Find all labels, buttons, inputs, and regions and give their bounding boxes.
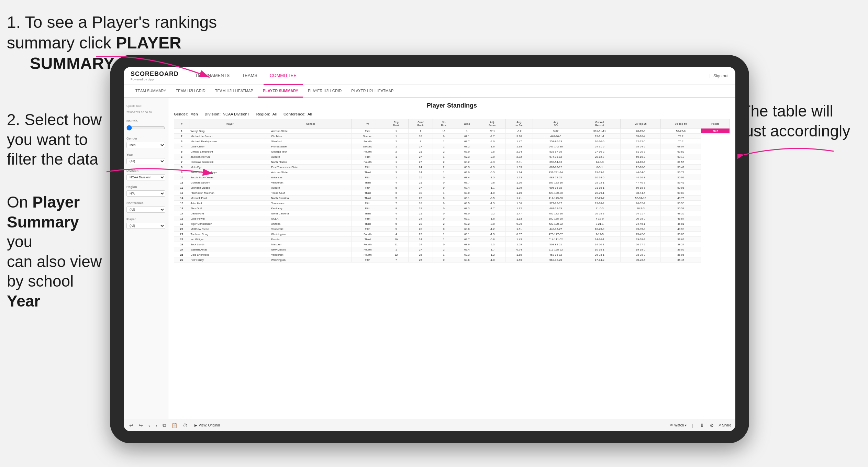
col-school: School [270, 119, 351, 129]
table-cell: Vanderbilt [270, 252, 351, 257]
table-cell: 19 [408, 206, 433, 211]
table-cell: 69.1 [455, 216, 479, 221]
table-cell: 381-61-11 [579, 129, 621, 134]
table-cell: 533-57-16 [533, 149, 579, 154]
conference-section: Conference (All) [126, 201, 165, 213]
table-row: 19Tiger ChristensenArizonaThird523269.2-… [174, 221, 730, 226]
nav-teams[interactable]: TEAMS [236, 67, 264, 85]
no-rds-slider[interactable] [126, 125, 165, 131]
sub-tab-player-h2h-heatmap[interactable]: PLAYER H2H HEATMAP [346, 85, 398, 98]
table-cell: 24 [408, 216, 433, 221]
copy-btn[interactable]: ⧉ [161, 422, 167, 429]
table-row: 21Taehoon SongWashingtonFourth423169.1-1… [174, 232, 730, 237]
col-no-rds: No.Rds. [433, 119, 455, 129]
gender-select[interactable]: Men Women [126, 142, 165, 148]
table-cell: 4 [384, 232, 408, 237]
table-cell: 68.8 [455, 226, 479, 232]
table-cell: 607-63-12 [533, 165, 579, 170]
table-cell: -0.5 [479, 170, 506, 175]
table-cell: 8-6-1 [579, 165, 621, 170]
paste-btn[interactable]: 📋 [170, 422, 179, 429]
update-time: Update time: 27/03/2024 16:56:26 [126, 102, 165, 114]
share-btn[interactable]: ↗ Share [718, 423, 731, 427]
table-cell: Vanderbilt [270, 226, 351, 232]
table-cell: Ole Miss [270, 134, 351, 139]
table-cell: Third [351, 180, 384, 185]
table-cell: 605-96-18 [533, 185, 579, 190]
table-cell: Second [351, 134, 384, 139]
table-row: 14Maxwell FordNorth CarolinaThird522069.… [174, 196, 730, 201]
table-cell: 38-44-4 [621, 190, 661, 196]
prev-btn[interactable]: ‹ [147, 422, 152, 429]
sign-out-link[interactable]: Sign out [713, 74, 728, 78]
table-cell: 1.66 [505, 201, 533, 206]
col-points: Points [701, 119, 730, 129]
table-cell: 1 [433, 237, 455, 242]
table-cell: 67.1 [479, 129, 506, 134]
no-rds-label: No Rds. [126, 119, 165, 123]
table-cell: 0 [433, 201, 455, 206]
sub-tab-player-h2h-grid[interactable]: PLAYER H2H GRID [303, 85, 346, 98]
table-cell: 68.04 [661, 144, 701, 149]
table-cell: 40.98 [661, 226, 701, 232]
table-cell: 49-35-9 [621, 226, 661, 232]
table-cell: 2 [433, 247, 455, 252]
table-cell: 14 [174, 196, 189, 201]
view-original-btn[interactable]: ▶ View: Original [194, 423, 220, 427]
table-cell: 14-26-1 [579, 237, 621, 242]
table-cell: 0 [433, 242, 455, 247]
region-select[interactable]: N/A All [126, 190, 165, 197]
table-cell: 4 [174, 144, 189, 149]
table-cell: 68.0 [455, 149, 479, 154]
table-cell: 1.61 [505, 226, 533, 232]
redo-btn[interactable]: ↪ [137, 422, 144, 429]
table-cell: 3.10 [505, 134, 533, 139]
table-cell: 50-18-6 [621, 185, 661, 190]
table-row: 3Michael ThorbjornsenStanfordFourth28168… [174, 139, 730, 144]
table-cell: 6 [384, 190, 408, 196]
table-cell: 50.83 [661, 190, 701, 196]
table-cell: 0 [433, 175, 455, 180]
table-cell: North Carolina [270, 196, 351, 201]
table-cell: -0.8 [479, 221, 506, 226]
table-cell: Fifth [351, 201, 384, 206]
undo-btn[interactable]: ↩ [128, 422, 135, 429]
conference-label: Conference [126, 201, 165, 205]
next-btn[interactable]: › [154, 422, 159, 429]
table-cell: Auburn [270, 185, 351, 190]
player-select[interactable]: (All) [126, 223, 165, 229]
clock-btn[interactable]: ⏱ [181, 422, 189, 429]
table-cell: 1 [384, 129, 408, 134]
arrow-3 [737, 137, 841, 165]
table-body: 1Wenyi DingArizona StateFirst1115167.1-3… [174, 129, 730, 263]
table-cell: Arizona [270, 221, 351, 226]
download-btn[interactable]: ⬇ [699, 422, 705, 429]
table-cell: 61-20-3 [621, 149, 661, 154]
table-cell: 12-16-3 [621, 165, 661, 170]
table-row: 26Petr HrubyWashingtonFifth725068.6-1.81… [174, 257, 730, 263]
table-row: 2Michael Le SassoOle MissSecond118067.1-… [174, 134, 730, 139]
table-cell: Maxwell Ford [189, 196, 270, 201]
table-cell: -2.3 [479, 159, 506, 165]
table-cell: First [351, 129, 384, 134]
col-vs-top50: Vs Top 50 [661, 119, 701, 129]
annotation-step2-text: 2. Select howyou want tofilter the data [7, 111, 102, 168]
table-cell: -1.5 [479, 201, 506, 206]
sub-tab-player-summary[interactable]: PLAYER SUMMARY [258, 85, 303, 98]
table-cell: First [351, 154, 384, 159]
table-row: 13Phichaksn MaichonTexas A&MThird630169.… [174, 190, 730, 196]
table-cell: 2.72 [505, 154, 533, 159]
watch-btn[interactable]: 👁 Watch ▾ [670, 423, 687, 427]
sub-tab-team-h2h-heatmap[interactable]: TEAM H2H HEATMAP [210, 85, 258, 98]
bottom-toolbar: ↩ ↪ ‹ › ⧉ 📋 ⏱ ▶ View: Original 👁 Watch ▾… [124, 419, 735, 431]
table-row: 11Gordon SargentVanderbiltThird421068.7-… [174, 180, 730, 185]
table-cell: Tiger Christensen [189, 221, 270, 226]
table-cell: -2.0 [479, 154, 506, 159]
settings-btn[interactable]: ⚙ [708, 422, 715, 429]
table-cell: 23 [408, 232, 433, 237]
table-cell: 50.54 [661, 206, 701, 211]
table-cell: 4 [384, 180, 408, 185]
table-cell: 18 [408, 201, 433, 206]
conference-select[interactable]: (All) [126, 207, 165, 213]
nav-committee[interactable]: COMMITTEE [264, 67, 303, 85]
